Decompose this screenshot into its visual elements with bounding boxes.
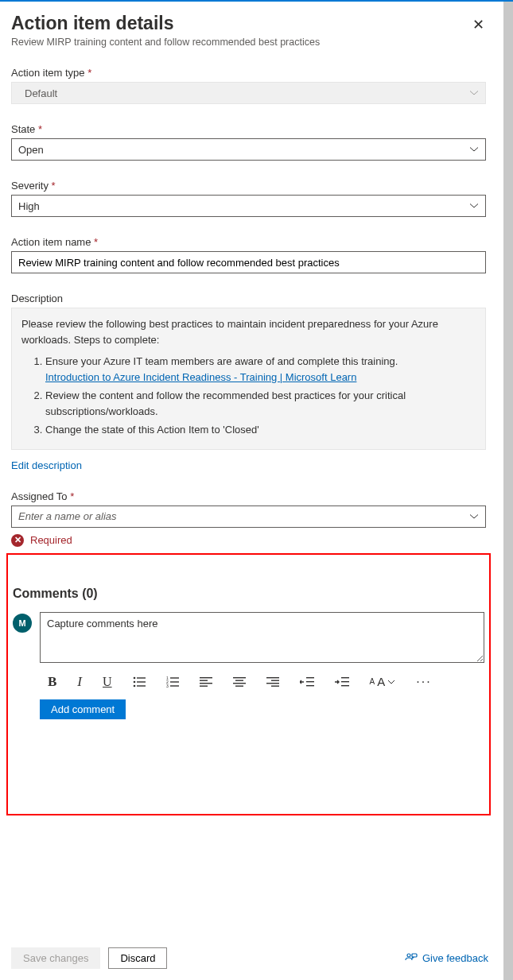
edit-description-link[interactable]: Edit description bbox=[11, 459, 82, 471]
avatar: M bbox=[13, 614, 32, 633]
severity-select[interactable]: High bbox=[11, 195, 486, 217]
scrollbar-rail[interactable] bbox=[503, 2, 513, 980]
error-icon: ✕ bbox=[11, 534, 24, 547]
save-button: Save changes bbox=[11, 947, 100, 969]
bold-button[interactable]: B bbox=[48, 674, 56, 690]
panel-title: Action item details bbox=[11, 13, 320, 34]
svg-rect-7 bbox=[170, 677, 179, 678]
description-intro: Please review the following best practic… bbox=[21, 316, 476, 347]
assigned-input[interactable]: Enter a name or alias bbox=[11, 505, 486, 528]
required-asterisk: * bbox=[38, 123, 42, 135]
more-options-button[interactable]: ··· bbox=[416, 675, 431, 689]
svg-rect-19 bbox=[235, 685, 243, 686]
comments-highlight-box: Comments (0) M Capture comments here B I… bbox=[6, 553, 491, 815]
required-asterisk: * bbox=[52, 180, 56, 192]
svg-rect-31 bbox=[412, 954, 417, 957]
svg-rect-5 bbox=[137, 685, 146, 686]
bullet-list-button[interactable] bbox=[133, 676, 146, 688]
feedback-icon bbox=[405, 952, 418, 965]
description-step: Ensure your Azure IT team members are aw… bbox=[45, 354, 476, 385]
svg-rect-21 bbox=[271, 680, 279, 680]
svg-rect-22 bbox=[266, 683, 279, 684]
required-asterisk: * bbox=[87, 67, 91, 79]
svg-rect-1 bbox=[137, 677, 146, 678]
chevron-down-icon bbox=[469, 145, 479, 154]
align-right-button[interactable] bbox=[266, 677, 279, 687]
assigned-error: ✕ Required bbox=[11, 534, 486, 547]
state-select[interactable]: Open bbox=[11, 138, 486, 161]
comments-title: Comments (0) bbox=[13, 587, 484, 601]
svg-point-4 bbox=[133, 684, 135, 687]
font-size-button[interactable]: AA bbox=[370, 675, 396, 688]
training-link[interactable]: Introduction to Azure Incident Readiness… bbox=[45, 371, 356, 383]
svg-text:3: 3 bbox=[166, 684, 169, 688]
chevron-down-icon bbox=[469, 201, 479, 211]
chevron-down-icon bbox=[469, 512, 479, 521]
svg-rect-9 bbox=[170, 681, 179, 682]
svg-rect-16 bbox=[233, 677, 246, 678]
assigned-label: Assigned To * bbox=[11, 490, 486, 502]
description-step: Review the content and follow the recomm… bbox=[45, 388, 476, 419]
number-list-button[interactable]: 123 bbox=[166, 676, 179, 688]
footer: Save changes Discard Give feedback bbox=[11, 947, 488, 969]
type-label: Action item type * bbox=[11, 67, 486, 79]
svg-rect-18 bbox=[233, 683, 246, 684]
svg-rect-12 bbox=[200, 677, 212, 678]
editor-toolbar: B I U 123 AA bbox=[48, 674, 484, 690]
svg-rect-15 bbox=[200, 685, 208, 686]
name-label: Action item name * bbox=[11, 236, 486, 248]
svg-rect-24 bbox=[306, 677, 314, 678]
state-label: State * bbox=[11, 123, 486, 135]
description-box: Please review the following best practic… bbox=[11, 308, 486, 450]
svg-point-2 bbox=[133, 680, 135, 683]
description-label: Description bbox=[11, 292, 486, 304]
align-left-button[interactable] bbox=[200, 677, 212, 687]
close-button[interactable]: ✕ bbox=[471, 13, 486, 37]
svg-rect-20 bbox=[266, 677, 279, 678]
svg-rect-14 bbox=[200, 683, 212, 684]
required-asterisk: * bbox=[70, 490, 74, 502]
indent-button[interactable] bbox=[335, 677, 349, 687]
italic-button[interactable]: I bbox=[77, 674, 82, 690]
svg-rect-28 bbox=[341, 681, 349, 682]
svg-point-30 bbox=[407, 954, 410, 957]
required-asterisk: * bbox=[94, 236, 98, 248]
svg-rect-27 bbox=[341, 677, 349, 678]
svg-rect-23 bbox=[271, 685, 279, 686]
type-select: Default bbox=[11, 82, 486, 104]
description-step: Change the state of this Action Item to … bbox=[45, 422, 476, 438]
svg-rect-17 bbox=[235, 680, 243, 680]
svg-rect-13 bbox=[200, 680, 208, 680]
feedback-link[interactable]: Give feedback bbox=[405, 952, 488, 965]
svg-rect-11 bbox=[170, 685, 179, 686]
discard-button[interactable]: Discard bbox=[108, 947, 167, 969]
underline-button[interactable]: U bbox=[103, 675, 112, 689]
svg-rect-29 bbox=[341, 685, 349, 686]
name-input[interactable] bbox=[11, 251, 486, 273]
comment-input[interactable]: Capture comments here bbox=[40, 612, 484, 663]
close-icon: ✕ bbox=[472, 17, 484, 33]
panel-subtitle: Review MIRP training content and follow … bbox=[11, 37, 320, 48]
severity-label: Severity * bbox=[11, 180, 486, 192]
svg-rect-3 bbox=[137, 681, 146, 682]
svg-rect-25 bbox=[306, 681, 314, 682]
align-center-button[interactable] bbox=[233, 677, 246, 687]
add-comment-button[interactable]: Add comment bbox=[40, 699, 126, 719]
outdent-button[interactable] bbox=[300, 677, 314, 687]
chevron-down-icon bbox=[469, 88, 479, 98]
svg-point-0 bbox=[133, 676, 135, 679]
svg-rect-26 bbox=[306, 685, 314, 686]
